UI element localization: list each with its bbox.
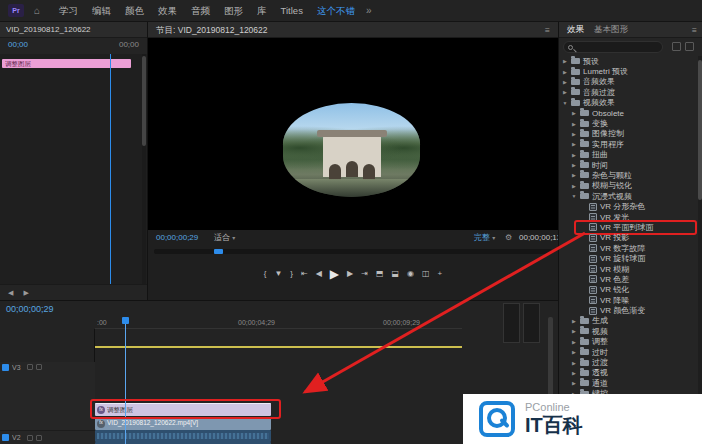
twirl-icon[interactable]: ▶ [571, 328, 577, 334]
panel-menu-icon[interactable]: ≡ [692, 25, 697, 35]
timeline-current-timecode[interactable]: 00;00;00;29 [6, 304, 54, 314]
workspace-tab[interactable]: 颜色 [118, 0, 151, 22]
workspace-tab[interactable]: 学习 [52, 0, 85, 22]
tab-essential-graphics[interactable]: 基本图形 [594, 24, 628, 36]
clip-audio[interactable] [95, 430, 271, 442]
effects-tree-item[interactable]: VR 颜色渐变 [559, 305, 698, 315]
clip-video[interactable]: fx VID_20190812_120622.mp4[V] [95, 417, 271, 430]
twirl-icon[interactable]: ▶ [571, 339, 577, 345]
settings-wrench-icon[interactable]: ⚙ [505, 230, 512, 246]
transport-step-forward-button[interactable]: ▶ [347, 270, 353, 278]
timeline-ruler[interactable]: :00 00;00;04;29 00;00;09;29 [95, 317, 462, 329]
effects-tree-item[interactable]: VR 模糊 [559, 264, 698, 274]
workspace-tab[interactable]: 图形 [217, 0, 250, 22]
track-header-v2[interactable]: V2 [0, 431, 95, 444]
twirl-icon[interactable]: ▶ [571, 370, 577, 376]
effects-tree-item[interactable]: ▶杂色与颗粒 [559, 170, 698, 180]
twirl-icon[interactable]: ▶ [571, 121, 577, 127]
twirl-icon[interactable]: ▶ [571, 131, 577, 137]
twirl-icon[interactable]: ▶ [571, 141, 577, 147]
effects-scrollbar[interactable] [698, 56, 702, 444]
effects-tree-item[interactable]: VR 数字故障 [559, 243, 698, 253]
transport-step-back-button[interactable]: ◀ [316, 270, 322, 278]
workspace-tab[interactable]: Titles [274, 0, 310, 22]
workspace-tab[interactable]: 库 [250, 0, 274, 22]
effects-tree-item[interactable]: ▶图像控制 [559, 129, 698, 139]
twirl-icon[interactable]: ▼ [571, 193, 577, 199]
playback-resolution-select[interactable]: 完整 ▾ [474, 230, 495, 246]
workspace-overflow-icon[interactable]: » [366, 5, 372, 16]
transport-extract-button[interactable]: ⬓ [392, 270, 400, 278]
program-zoom-scrollbar[interactable] [154, 249, 552, 254]
effects-tree-item[interactable]: ▶变换 [559, 118, 698, 128]
ec-playhead[interactable] [110, 54, 111, 284]
effects-tree-item[interactable]: ▶预设 [559, 56, 698, 66]
effects-tree-item[interactable]: ▼沉浸式视频 [559, 191, 698, 201]
effects-tree-item[interactable]: ▶音频效果 [559, 77, 698, 87]
effects-scrollbar-handle[interactable] [698, 60, 702, 200]
twirl-icon[interactable]: ▶ [571, 349, 577, 355]
effects-tree-item[interactable]: ▶通道 [559, 378, 698, 388]
effects-tree-item[interactable]: VR 投影 [559, 233, 698, 243]
transport-button-editor-button[interactable]: + [438, 270, 443, 278]
effects-tree-item[interactable]: VR 锐化 [559, 285, 698, 295]
search-input[interactable] [578, 42, 660, 52]
effects-tree-item[interactable]: ▶音频过渡 [559, 87, 698, 97]
track-header-v3[interactable]: V3 [0, 362, 95, 431]
transport-lift-button[interactable]: ⬒ [376, 270, 384, 278]
source-patch-indicator[interactable] [2, 364, 9, 371]
twirl-icon[interactable]: ▶ [562, 79, 568, 85]
effects-tree-item[interactable]: ▶Obsolete [559, 108, 698, 118]
previous-keyframe-icon[interactable]: ◀ [8, 289, 13, 297]
workspace-tab[interactable]: 效果 [151, 0, 184, 22]
toggle-track-lock-icon[interactable] [36, 435, 42, 441]
transport-add-marker-button[interactable]: ▼ [274, 270, 282, 278]
workspace-tab[interactable]: 编辑 [85, 0, 118, 22]
toggle-track-output-icon[interactable] [27, 364, 33, 370]
program-current-timecode[interactable]: 00;00;00;29 [156, 230, 198, 246]
effects-tree-item[interactable]: ▶Lumetri 预设 [559, 66, 698, 76]
transport-export-frame-button[interactable]: ◉ [407, 270, 414, 278]
tab-effects[interactable]: 效果 [567, 24, 584, 36]
effects-tree-item[interactable]: VR 旋转球面 [559, 253, 698, 263]
toggle-track-output-icon[interactable] [27, 435, 33, 441]
twirl-icon[interactable]: ▶ [571, 183, 577, 189]
twirl-icon[interactable]: ▶ [571, 162, 577, 168]
app-logo-icon[interactable]: Pr [8, 4, 24, 17]
clip-adjustment-layer[interactable]: fx 调整图层 [95, 403, 271, 416]
effects-tree-item[interactable]: ▶视频 [559, 326, 698, 336]
twirl-icon[interactable]: ▶ [571, 360, 577, 366]
zoom-level-select[interactable]: 适合 ▾ [214, 230, 235, 246]
home-icon[interactable]: ⌂ [34, 5, 40, 16]
twirl-icon[interactable]: ▶ [571, 110, 577, 116]
effects-tree-item[interactable]: VR 降噪 [559, 295, 698, 305]
transport-go-to-out-button[interactable]: ⇥ [361, 270, 368, 278]
effects-tree-item[interactable]: VR 平面到球面 [559, 222, 698, 232]
effects-tree-item[interactable]: ▶时间 [559, 160, 698, 170]
timeline-playhead[interactable] [125, 317, 126, 444]
panel-menu-icon[interactable]: ≡ [545, 22, 550, 37]
transport-mark-out-button[interactable]: } [290, 270, 293, 278]
twirl-icon[interactable]: ▶ [562, 89, 568, 95]
effects-tree-item[interactable]: ▶调整 [559, 337, 698, 347]
effects-tree-item[interactable]: ▶过时 [559, 347, 698, 357]
next-keyframe-icon[interactable]: ▶ [23, 289, 28, 297]
twirl-icon[interactable]: ▶ [571, 318, 577, 324]
effects-tree-item[interactable]: ▶模糊与锐化 [559, 181, 698, 191]
workspace-tab[interactable]: 音频 [184, 0, 217, 22]
new-custom-bin-icon[interactable] [672, 42, 681, 51]
adjustment-layer-bar[interactable]: 调整图层 [2, 59, 131, 68]
ec-scrollbar[interactable] [142, 54, 146, 284]
effects-tree-item[interactable]: ▶生成 [559, 316, 698, 326]
effects-tree-item[interactable]: ▶扭曲 [559, 150, 698, 160]
effects-tree-item[interactable]: VR 发光 [559, 212, 698, 222]
transport-play-button[interactable]: ▶ [330, 268, 339, 280]
twirl-icon[interactable]: ▶ [571, 172, 577, 178]
transport-mark-in-button[interactable]: { [264, 270, 267, 278]
effects-tree-item[interactable]: ▶过渡 [559, 357, 698, 367]
effects-tree-item[interactable]: VR 分形杂色 [559, 201, 698, 211]
twirl-icon[interactable]: ▶ [571, 380, 577, 386]
program-playhead-knob[interactable] [214, 249, 223, 254]
twirl-icon[interactable]: ▼ [562, 100, 568, 106]
ec-scrollbar-handle[interactable] [142, 56, 146, 146]
